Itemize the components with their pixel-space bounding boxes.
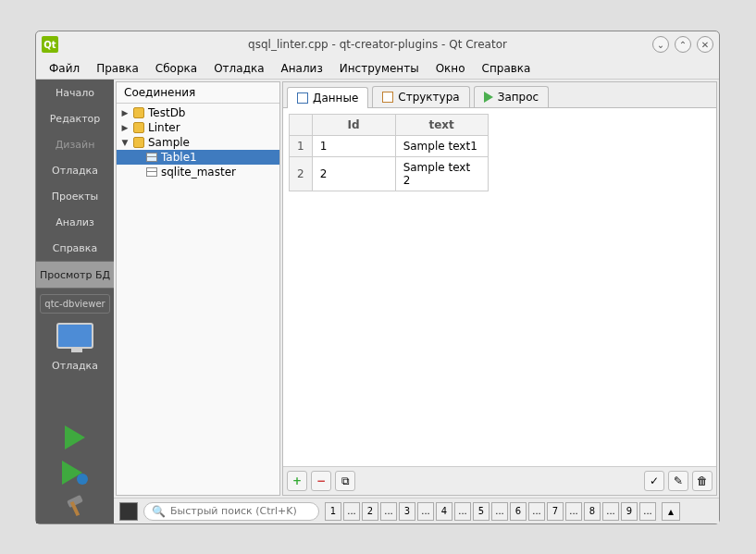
grid-cell[interactable]: 2	[312, 157, 395, 191]
copy-button[interactable]: ⧉	[335, 471, 355, 491]
data-grid: Id text 1 1 Sample text1 2 2	[289, 114, 489, 191]
build-button[interactable]	[64, 496, 86, 518]
pager-button[interactable]: ...	[343, 502, 360, 521]
pager-button[interactable]: 5	[473, 502, 490, 521]
grid-row[interactable]: 1 1 Sample text1	[290, 136, 489, 157]
tree-node-linter[interactable]: ▶Linter	[117, 120, 279, 135]
data-icon	[297, 92, 308, 104]
pager-button[interactable]: 4	[436, 502, 452, 521]
grid-row[interactable]: 2 2 Sample text 2	[290, 157, 489, 191]
titlebar: Qt qsql_linter.cpp - qt-creator-plugins …	[36, 31, 719, 57]
run-debug-button[interactable]	[62, 461, 88, 485]
tab-structure[interactable]: Структура	[372, 86, 469, 107]
menu-build[interactable]: Сборка	[148, 59, 204, 78]
pager-button[interactable]: 8	[584, 502, 601, 521]
search-input[interactable]	[170, 505, 311, 517]
tree-node-sqlitemaster[interactable]: sqlite_master	[117, 165, 279, 179]
close-button[interactable]: ✕	[697, 36, 713, 53]
pager-button[interactable]: ...	[565, 502, 582, 521]
menu-file[interactable]: Файл	[42, 59, 87, 78]
menu-window[interactable]: Окно	[428, 59, 473, 78]
pager-button[interactable]: 1	[325, 502, 341, 521]
expand-output-button[interactable]: ▴	[662, 502, 680, 521]
main-window: Qt qsql_linter.cpp - qt-creator-plugins …	[35, 31, 720, 524]
mode-dbview[interactable]: Просмотр БД	[36, 262, 114, 288]
app-icon: Qt	[42, 36, 58, 53]
minimize-button[interactable]: ⌄	[652, 36, 669, 53]
delete-row-button[interactable]: −	[311, 471, 331, 491]
pager-button[interactable]: ...	[454, 502, 471, 521]
output-pager: 1...2...3...4...5...6...7...8...9...	[325, 502, 656, 521]
mode-debug[interactable]: Отладка	[36, 157, 114, 183]
connections-title: Соединения	[117, 82, 279, 104]
pager-button[interactable]: ...	[491, 502, 508, 521]
pager-button[interactable]: ...	[602, 502, 619, 521]
tab-data[interactable]: Данные	[287, 87, 368, 108]
grid-corner	[290, 115, 313, 136]
search-icon: 🔍	[152, 505, 166, 518]
commit-button[interactable]: ✓	[644, 471, 664, 491]
mode-welcome[interactable]: Начало	[36, 80, 114, 105]
grid-cell[interactable]: Sample text 2	[395, 157, 488, 191]
pager-button[interactable]: ...	[417, 502, 434, 521]
pager-button[interactable]: ...	[380, 502, 397, 521]
pager-button[interactable]: ...	[528, 502, 545, 521]
revert-button[interactable]: ✎	[668, 471, 688, 491]
menu-edit[interactable]: Правка	[89, 59, 146, 78]
mode-sidebar: Начало Редактор Дизайн Отладка Проекты А…	[36, 80, 114, 523]
structure-icon	[382, 92, 393, 103]
connections-tree: ▶TestDb ▶Linter ▼Sample Table1 sqlite_ma…	[117, 104, 279, 495]
connections-panel: Соединения ▶TestDb ▶Linter ▼Sample Table…	[116, 81, 280, 496]
debug-label: Отладка	[36, 352, 114, 378]
data-toolbar: + − ⧉ ✓ ✎ 🗑	[283, 466, 716, 495]
mode-analyze[interactable]: Анализ	[36, 209, 114, 235]
grid-cell[interactable]: Sample text1	[395, 136, 488, 157]
data-panel: Данные Структура Запрос Id text	[282, 81, 717, 496]
grid-rownum: 2	[290, 157, 313, 191]
database-icon	[133, 122, 144, 133]
mode-design[interactable]: Дизайн	[36, 131, 114, 157]
statusbar: 🔍 1...2...3...4...5...6...7...8...9... ▴	[114, 498, 719, 523]
grid-header-text[interactable]: text	[395, 115, 488, 136]
query-icon	[484, 92, 493, 103]
mode-editor[interactable]: Редактор	[36, 105, 114, 131]
grid-cell[interactable]: 1	[312, 136, 395, 157]
menu-analyze[interactable]: Анализ	[274, 59, 330, 78]
pager-button[interactable]: 9	[621, 502, 638, 521]
target-icon[interactable]	[56, 323, 93, 349]
pager-button[interactable]: ...	[639, 502, 656, 521]
database-icon	[133, 107, 144, 118]
tree-node-sample[interactable]: ▼Sample	[117, 135, 279, 150]
output-toggle[interactable]	[119, 502, 138, 521]
mode-help[interactable]: Справка	[36, 235, 114, 261]
window-title: qsql_linter.cpp - qt-creator-plugins - Q…	[248, 38, 507, 51]
menu-tools[interactable]: Инструменты	[332, 59, 427, 78]
pager-button[interactable]: 3	[399, 502, 415, 521]
tab-query[interactable]: Запрос	[474, 86, 549, 107]
mode-projects[interactable]: Проекты	[36, 183, 114, 209]
tree-node-testdb[interactable]: ▶TestDb	[117, 105, 279, 120]
table-icon	[146, 167, 157, 177]
maximize-button[interactable]: ⌃	[675, 36, 691, 53]
grid-rownum: 1	[290, 136, 313, 157]
refresh-button[interactable]: 🗑	[692, 471, 713, 491]
grid-header-id[interactable]: Id	[312, 115, 395, 136]
menubar: Файл Правка Сборка Отладка Анализ Инстру…	[36, 57, 719, 80]
pager-button[interactable]: 6	[510, 502, 527, 521]
add-row-button[interactable]: +	[287, 471, 307, 491]
menu-help[interactable]: Справка	[475, 59, 539, 78]
tree-node-table1[interactable]: Table1	[117, 150, 279, 165]
pager-button[interactable]: 7	[547, 502, 564, 521]
table-icon	[146, 153, 157, 162]
quick-search[interactable]: 🔍	[143, 502, 319, 521]
pager-button[interactable]: 2	[362, 502, 378, 521]
project-selector[interactable]: qtc-dbviewer	[40, 294, 110, 314]
database-icon	[133, 137, 144, 148]
menu-debug[interactable]: Отладка	[206, 59, 271, 78]
data-tabs: Данные Структура Запрос	[283, 82, 716, 108]
run-button[interactable]	[65, 425, 85, 449]
